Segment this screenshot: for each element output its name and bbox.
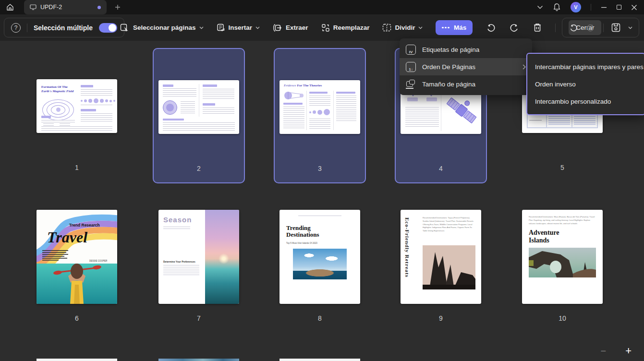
menu-item-page-labels[interactable]: IV Etiquetas de página [400,41,532,58]
new-tab-button[interactable] [114,4,121,11]
monitor-icon [30,4,36,10]
thumb3-orbit-diagram [283,91,305,100]
redo-button[interactable] [509,23,520,33]
thumb10-details: Recommended Destinations: Maui (Hawaii),… [529,216,596,225]
thumb1-title: Formation Of TheEarth's Magnetic Field [41,85,73,94]
page-cell-3: Evidence For The Theories 3 [274,48,366,183]
page-number: 10 [559,314,566,322]
replace-label: Reemplazar [333,24,370,31]
menu-item-label: Etiquetas de página [422,46,479,53]
help-icon[interactable]: ? [11,23,21,33]
extract-icon [273,24,282,32]
chevron-down-icon [418,26,423,29]
redo-icon[interactable] [586,23,595,33]
minimize-button[interactable] [601,4,607,11]
zoom-in-button[interactable]: + [625,345,632,357]
select-pages-button[interactable]: Seleccionar páginas [120,24,204,32]
save-icon[interactable] [611,23,620,32]
page-thumbnail-8[interactable]: Trending Destinations Top 5 Must-Visit I… [279,210,360,304]
page-thumbnail-10[interactable]: Recommended Destinations: Maui (Hawaii),… [522,210,603,304]
thumb8-island-photo [293,249,347,279]
partial-thumbnail-sliver[interactable] [279,359,360,361]
chevron-down-icon [255,26,260,29]
submenu-item-swap-odd-even[interactable]: Intercambiar páginas impares y pares [527,58,644,75]
titlebar-right: V [537,2,637,12]
page-cell-7: Season Determine Your Preferences 7 [153,199,245,330]
ellipsis-icon [445,27,447,29]
notifications-bell-icon[interactable] [553,3,561,12]
svg-text:Travel: Travel [47,229,87,246]
history-save-group [562,18,639,37]
thumb10-content: Recommended Destinations: Maui (Hawaii),… [522,210,603,277]
select-pages-label: Seleccionar páginas [133,24,196,31]
svg-text:DESSIE COOPER: DESSIE COOPER [89,260,108,262]
thumb10-arch-photo [529,248,596,277]
chevron-down-icon[interactable] [537,5,543,9]
page-number: 8 [318,314,322,322]
home-icon [6,3,14,12]
insert-button[interactable]: Insertar [217,24,260,32]
submenu-item-reverse-order[interactable]: Orden inverso [527,75,644,93]
menu-item-page-size[interactable]: Tamaño de página [400,75,532,93]
page-thumbnail-9[interactable]: Eco-Friendly Retreats Recommended Destin… [401,210,481,304]
page-cell-8: Trending Destinations Top 5 Must-Visit I… [274,199,366,330]
menu-item-label: Tamaño de página [422,81,475,88]
document-tab[interactable]: UPDF-2 [24,0,107,14]
multi-select-group: ? Selección múltiple [4,18,124,37]
page-thumbnail-1[interactable]: Formation Of TheEarth's Magnetic Field [36,79,117,133]
extract-button[interactable]: Extraer [273,24,308,32]
page-number: 7 [197,314,201,322]
submenu-item-custom-swap[interactable]: Intercambio personalizado [527,93,644,110]
close-window-button[interactable] [631,4,637,11]
unsaved-dot [97,6,101,9]
window-separator [591,4,591,11]
page-thumbnail-3[interactable]: Evidence For The Theories [279,80,360,134]
menu-item-page-order[interactable]: 1↓ Orden De Páginas [400,58,532,75]
tab-title: UPDF-2 [40,4,62,11]
split-icon [382,24,391,32]
toolbar-actions: Seleccionar páginas Insertar Extraer [120,14,601,41]
page-number: 9 [439,314,443,322]
page-organize-toolbar: ? Selección múltiple Seleccionar páginas… [0,14,644,41]
home-button[interactable] [6,3,14,12]
thumb3-title: Evidence For The Theories [284,84,322,87]
plus-icon [114,4,121,11]
chevron-down-icon[interactable] [628,26,632,29]
replace-button[interactable]: Reemplazar [321,24,370,32]
partial-thumbnail-sliver[interactable] [36,359,117,361]
page-thumbnail-6[interactable]: Trend Research Travel DESSIE COOPER [36,210,117,304]
more-button[interactable]: Más [436,20,473,35]
undo-icon [486,23,496,33]
page-size-icon [406,79,416,89]
split-label: Dividir [395,24,415,31]
split-button[interactable]: Dividir [382,24,423,32]
maximize-button[interactable] [617,5,621,10]
thumb7-subheading: Determine Your Preferences [163,260,201,263]
thumb8-content: Trending Destinations Top 5 Must-Visit I… [279,210,360,279]
multi-select-toggle[interactable] [99,23,117,33]
undo-button[interactable] [486,23,496,33]
redo-icon [509,23,520,33]
thumb8-title: Trending Destinations [286,225,329,239]
svg-text:Trend Research: Trend Research [69,223,100,228]
page-cell-1: Formation Of TheEarth's Magnetic Field [31,48,123,183]
page-number: 5 [560,164,564,171]
delete-pages-button[interactable] [533,23,542,33]
divider [27,24,27,32]
page-number: 3 [318,165,322,172]
page-number: 6 [75,314,79,322]
more-label: Más [454,24,466,31]
divider [555,24,556,32]
page-thumbnail-7[interactable]: Season Determine Your Preferences [158,210,239,304]
page-number: 2 [197,165,201,172]
page-thumbnail-2[interactable] [158,80,239,134]
undo-icon[interactable] [569,23,578,33]
page-cell-2: 2 [153,48,245,183]
chevron-down-icon [199,26,204,29]
user-avatar[interactable]: V [571,2,581,12]
thumb7-title: Season [163,216,201,224]
partial-thumbnail-sliver[interactable] [158,359,239,361]
zoom-out-button[interactable]: − [600,346,606,357]
insert-label: Insertar [229,24,253,31]
extract-label: Extraer [286,24,308,31]
